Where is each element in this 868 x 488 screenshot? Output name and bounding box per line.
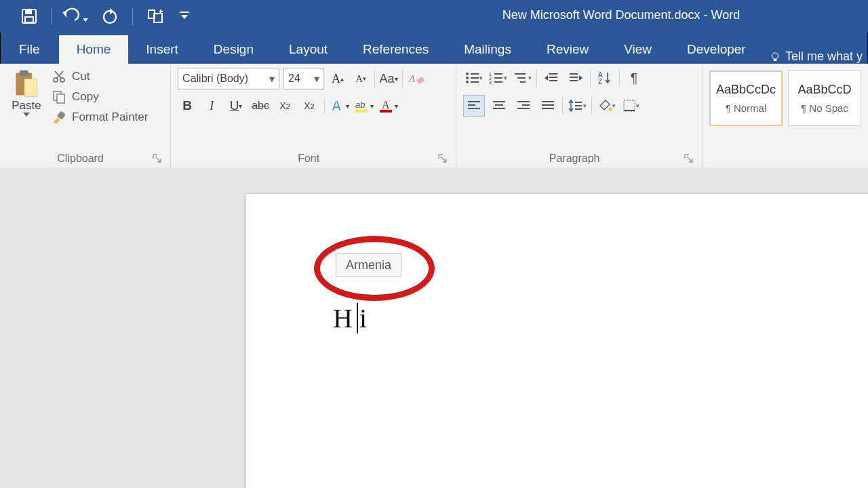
chevron-down-icon[interactable]: ▾ xyxy=(269,73,275,85)
copy-label: Copy xyxy=(72,90,99,104)
shrink-font-button[interactable]: A▾ xyxy=(351,68,370,89)
svg-rect-28 xyxy=(471,77,479,79)
borders-button[interactable]: ▾ xyxy=(620,96,641,116)
scissors-icon xyxy=(52,69,66,84)
svg-text:A: A xyxy=(382,99,390,110)
font-name-value: Calibri (Body) xyxy=(182,73,248,85)
borders-icon xyxy=(623,99,636,113)
clear-formatting-button[interactable]: A xyxy=(407,68,426,89)
show-marks-button[interactable]: ¶ xyxy=(624,68,644,88)
font-color-icon: A xyxy=(380,98,395,113)
svg-rect-43 xyxy=(570,73,578,75)
svg-rect-58 xyxy=(542,104,554,106)
svg-rect-51 xyxy=(493,101,505,102)
svg-rect-45 xyxy=(570,80,578,81)
ribbon: Paste Cut Copy xyxy=(0,64,868,168)
svg-rect-49 xyxy=(468,104,475,106)
svg-rect-8 xyxy=(774,59,777,61)
tab-insert[interactable]: Insert xyxy=(128,35,196,64)
tab-view[interactable]: View xyxy=(606,35,669,64)
tab-file[interactable]: File xyxy=(0,35,59,64)
copy-button[interactable]: Copy xyxy=(52,89,148,104)
svg-point-29 xyxy=(466,81,469,83)
line-spacing-button[interactable]: ▾ xyxy=(567,96,587,116)
sort-button[interactable]: AZ xyxy=(595,68,615,88)
tab-home[interactable]: Home xyxy=(59,35,129,64)
paintbrush-icon xyxy=(52,110,66,125)
svg-rect-42 xyxy=(549,80,557,81)
strikethrough-button[interactable]: abc xyxy=(251,96,270,115)
tell-me-search[interactable]: Tell me what y xyxy=(769,49,868,64)
bold-button[interactable]: B xyxy=(178,96,197,115)
svg-rect-59 xyxy=(542,108,554,109)
align-right-button[interactable] xyxy=(513,96,534,116)
align-left-button[interactable] xyxy=(463,95,485,117)
style-sample: AaBbCcD xyxy=(797,83,851,97)
chevron-down-icon[interactable] xyxy=(23,113,30,117)
svg-point-25 xyxy=(466,73,469,75)
style-normal[interactable]: AaBbCcDc ¶ Normal xyxy=(709,70,783,126)
font-size-value: 24 xyxy=(288,73,300,85)
svg-rect-30 xyxy=(471,81,479,83)
underline-button[interactable]: U ▾ xyxy=(226,96,245,115)
svg-rect-32 xyxy=(494,73,502,75)
document-page[interactable]: Armenia Hi xyxy=(245,193,868,488)
tab-layout[interactable]: Layout xyxy=(271,35,345,64)
tab-references[interactable]: References xyxy=(345,35,446,64)
superscript-button[interactable]: X2 xyxy=(300,96,319,115)
redo-button[interactable] xyxy=(97,3,123,29)
svg-rect-50 xyxy=(468,108,480,109)
svg-text:A: A xyxy=(332,98,341,113)
italic-button[interactable]: I xyxy=(202,96,221,115)
grow-font-button[interactable]: A▴ xyxy=(328,68,347,89)
tab-design[interactable]: Design xyxy=(196,35,271,64)
style-no-spacing[interactable]: AaBbCcD ¶ No Spac xyxy=(788,70,861,126)
shading-button[interactable]: ▾ xyxy=(596,96,616,116)
group-label-paragraph: Paragraph xyxy=(549,152,600,165)
paste-button[interactable]: Paste xyxy=(7,68,46,125)
save-button[interactable] xyxy=(16,3,42,29)
justify-button[interactable] xyxy=(538,96,558,116)
dialog-launcher-icon[interactable] xyxy=(153,154,162,163)
format-painter-button[interactable]: Format Painter xyxy=(52,110,148,125)
bullets-button[interactable]: ▾ xyxy=(463,68,484,88)
subscript-button[interactable]: X2 xyxy=(275,96,294,115)
tab-mailings[interactable]: Mailings xyxy=(446,35,529,64)
undo-dropdown-icon[interactable] xyxy=(83,18,88,22)
svg-rect-39 xyxy=(520,81,526,83)
font-name-combo[interactable]: Calibri (Body)▾ xyxy=(178,68,279,89)
text-effects-button[interactable]: A▾ xyxy=(330,96,349,115)
svg-rect-34 xyxy=(494,77,502,79)
tab-review[interactable]: Review xyxy=(529,35,606,64)
increase-indent-button[interactable] xyxy=(566,68,586,88)
text-cursor xyxy=(357,303,358,333)
font-color-button[interactable]: A▾ xyxy=(379,96,398,115)
tell-me-label: Tell me what y xyxy=(785,49,863,64)
change-case-button[interactable]: Aa ▾ xyxy=(379,68,398,89)
svg-point-63 xyxy=(608,108,612,111)
svg-rect-65 xyxy=(624,110,635,111)
svg-rect-10 xyxy=(20,70,28,75)
group-clipboard: Paste Cut Copy xyxy=(0,64,171,167)
undo-button[interactable] xyxy=(62,3,87,29)
svg-rect-40 xyxy=(549,73,557,75)
font-size-combo[interactable]: 24▾ xyxy=(283,68,324,89)
numbering-button[interactable]: 123▾ xyxy=(488,68,508,88)
dialog-launcher-icon[interactable] xyxy=(684,154,694,163)
chevron-down-icon[interactable]: ▾ xyxy=(314,73,319,85)
dialog-launcher-icon[interactable] xyxy=(438,154,448,163)
svg-rect-16 xyxy=(57,94,64,103)
customize-qat-button[interactable] xyxy=(178,3,191,29)
copy-icon xyxy=(52,89,66,104)
decrease-indent-button[interactable] xyxy=(541,68,561,88)
group-paragraph: ▾ 123▾ ▾ AZ ¶ ▾ xyxy=(456,64,703,167)
highlight-button[interactable]: ab▾ xyxy=(355,96,374,115)
separator xyxy=(132,7,133,25)
svg-rect-22 xyxy=(355,109,368,113)
highlighter-icon: ab xyxy=(355,98,370,113)
touch-mode-button[interactable] xyxy=(142,3,168,29)
multilevel-list-button[interactable]: ▾ xyxy=(512,68,532,88)
cut-button[interactable]: Cut xyxy=(52,69,148,84)
align-center-button[interactable] xyxy=(489,96,509,116)
tab-developer[interactable]: Developer xyxy=(669,35,764,64)
